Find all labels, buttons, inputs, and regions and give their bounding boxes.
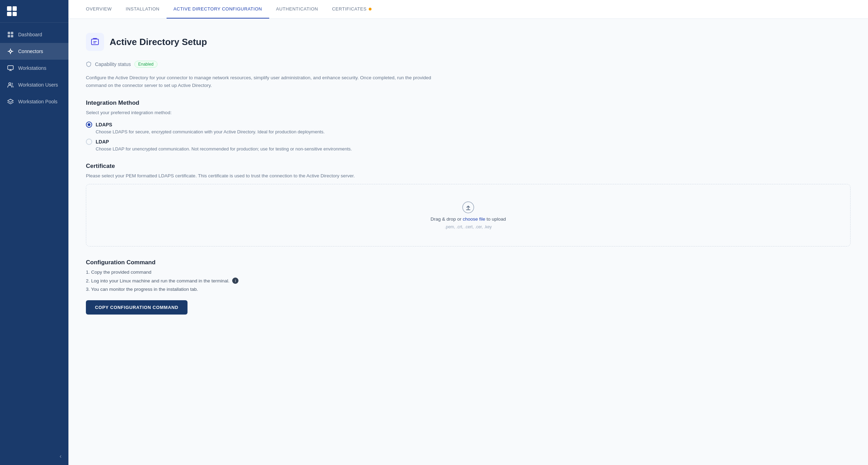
- page-description: Configure the Active Directory for your …: [86, 74, 435, 89]
- page-icon: [86, 33, 104, 51]
- plug-icon: [7, 48, 14, 55]
- ldaps-description: Choose LDAPS for secure, encrypted commu…: [96, 129, 851, 134]
- config-steps: 1. Copy the provided command 2. Log into…: [86, 270, 851, 292]
- svg-rect-0: [8, 32, 10, 34]
- upload-icon: [462, 201, 475, 214]
- svg-rect-5: [8, 66, 13, 69]
- shield-icon: [86, 61, 91, 67]
- ldap-label: LDAP: [96, 139, 109, 145]
- svg-rect-1: [11, 32, 13, 34]
- upload-text: Drag & drop or choose file to upload: [431, 216, 506, 222]
- page-header: Active Directory Setup: [86, 33, 851, 51]
- ldap-option: LDAP Choose LDAP for unencrypted communi…: [86, 139, 851, 152]
- integration-method-radio-group: LDAPS Choose LDAPS for secure, encrypted…: [86, 121, 851, 152]
- ldaps-option: LDAPS Choose LDAPS for secure, encrypted…: [86, 121, 851, 134]
- chevron-left-icon: ‹: [60, 453, 61, 459]
- certificates-notification-dot: [369, 8, 372, 10]
- capability-label: Capability status: [95, 61, 131, 67]
- sidebar-item-label: Workstation Pools: [18, 99, 58, 104]
- sidebar-item-dashboard[interactable]: Dashboard: [0, 26, 68, 43]
- choose-file-link[interactable]: choose file: [463, 216, 485, 222]
- info-icon: i: [232, 278, 238, 284]
- upload-formats: .pem, .crt, .cert, .cer, .key: [445, 224, 492, 229]
- sidebar-item-label: Workstations: [18, 65, 46, 71]
- sidebar-item-workstation-users[interactable]: Workstation Users: [0, 76, 68, 93]
- page-title: Active Directory Setup: [110, 37, 207, 47]
- main-area: Overview Installation Active Directory C…: [68, 0, 868, 465]
- sidebar-logo: [0, 0, 68, 23]
- ldaps-radio-circle[interactable]: [86, 121, 92, 128]
- sidebar: Dashboard Connectors Workstations: [0, 0, 68, 465]
- integration-method-subtitle: Select your preferred integration method…: [86, 110, 851, 115]
- tabs-bar: Overview Installation Active Directory C…: [68, 0, 868, 19]
- upload-after-link: to upload: [485, 216, 506, 222]
- layers-icon: [7, 98, 14, 105]
- users-icon: [7, 81, 14, 88]
- sidebar-nav: Dashboard Connectors Workstations: [0, 23, 68, 448]
- svg-rect-2: [8, 35, 10, 37]
- sidebar-item-label: Workstation Users: [18, 82, 58, 88]
- config-step-1: 1. Copy the provided command: [86, 270, 851, 275]
- config-step-2: 2. Log into your Linux machine and run t…: [86, 278, 851, 284]
- sidebar-item-workstations[interactable]: Workstations: [0, 60, 68, 76]
- tab-installation[interactable]: Installation: [119, 0, 167, 19]
- file-upload-zone[interactable]: Drag & drop or choose file to upload .pe…: [86, 184, 851, 246]
- copy-config-command-button[interactable]: COPY CONFIGURATION COMMAND: [86, 300, 187, 315]
- grid-icon: [7, 31, 14, 38]
- integration-method-heading: Integration Method: [86, 99, 851, 106]
- certificate-heading: Certificate: [86, 163, 851, 170]
- certificate-description: Please select your PEM formatted LDAPS c…: [86, 173, 851, 178]
- ldap-description: Choose LDAP for unencrypted communicatio…: [96, 146, 851, 152]
- svg-rect-7: [91, 39, 98, 45]
- capability-status-row: Capability status Enabled: [86, 61, 851, 68]
- config-command-heading: Configuration Command: [86, 259, 851, 266]
- sidebar-item-workstation-pools[interactable]: Workstation Pools: [0, 93, 68, 110]
- sidebar-item-connectors[interactable]: Connectors: [0, 43, 68, 60]
- ldap-radio-row[interactable]: LDAP: [86, 139, 851, 145]
- tab-authentication[interactable]: Authentication: [269, 0, 325, 19]
- svg-point-6: [9, 83, 11, 85]
- ldap-radio-circle[interactable]: [86, 139, 92, 145]
- upload-drag-text: Drag & drop or: [431, 216, 463, 222]
- content-area: Active Directory Setup Capability status…: [68, 19, 868, 465]
- tab-certificates[interactable]: Certificates: [325, 0, 378, 19]
- svg-point-4: [9, 50, 12, 52]
- tab-overview[interactable]: Overview: [79, 0, 119, 19]
- svg-rect-3: [11, 35, 13, 37]
- ldaps-label: LDAPS: [96, 122, 112, 127]
- logo-icon: [7, 6, 17, 16]
- tab-active-directory[interactable]: Active Directory Configuration: [167, 0, 269, 19]
- sidebar-collapse-button[interactable]: ‹: [0, 448, 68, 465]
- monitor-icon: [7, 65, 14, 72]
- config-step-3: 3. You can monitor the progress in the i…: [86, 287, 851, 292]
- sidebar-item-label: Connectors: [18, 49, 43, 54]
- status-badge: Enabled: [134, 61, 157, 68]
- sidebar-item-label: Dashboard: [18, 32, 42, 37]
- ldaps-radio-row[interactable]: LDAPS: [86, 121, 851, 128]
